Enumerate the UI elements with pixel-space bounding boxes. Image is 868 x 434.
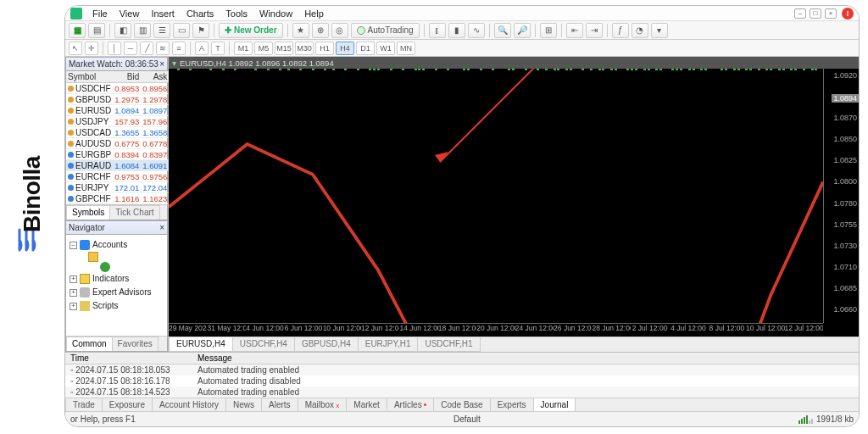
timeframe-m1[interactable]: M1	[234, 42, 253, 55]
zoom-out-button[interactable]: 🔎	[514, 23, 531, 38]
line-chart-button[interactable]: ∿	[468, 23, 485, 38]
symbol-row-eurusd[interactable]: EURUSD1.08941.0897	[66, 105, 169, 116]
nav-tab-common[interactable]: Common	[66, 337, 113, 351]
chart-area[interactable]: 1.09201.08951.08701.08501.08251.08001.07…	[169, 69, 859, 337]
journal-row[interactable]: ◦ 2024.07.15 08:18:16.178Automated tradi…	[65, 376, 859, 387]
market-watch-toggle[interactable]: ◧	[114, 23, 131, 38]
navigator-close-icon[interactable]: ×	[159, 223, 164, 232]
tile-windows-button[interactable]: ⊞	[540, 23, 557, 38]
data-window-toggle[interactable]: ▥	[134, 23, 151, 38]
symbol-row-gbpusd[interactable]: GBPUSD1.29751.2978	[66, 94, 169, 105]
label-tool[interactable]: T	[211, 42, 225, 55]
timeframe-mn[interactable]: MN	[397, 42, 415, 55]
symbol-row-usdcad[interactable]: USDCAD1.36551.3658	[66, 127, 169, 138]
menu-view[interactable]: View	[114, 8, 145, 19]
new-chart-button[interactable]: ▦	[69, 23, 86, 38]
chart-tab[interactable]: EURJPY,H1	[358, 337, 419, 352]
strategy-tester-toggle[interactable]: ⚑	[192, 23, 209, 38]
menu-window[interactable]: Window	[254, 8, 298, 19]
timeframe-h4[interactable]: H4	[336, 42, 354, 55]
navigator-toggle[interactable]: ☰	[153, 23, 170, 38]
chart-tab[interactable]: USDCHF,H4	[232, 337, 295, 352]
symbol-row-usdjpy[interactable]: USDJPY157.93157.96	[66, 116, 169, 127]
indicators-button[interactable]: ƒ	[612, 23, 629, 38]
terminal-tabs: TradeExposureAccount HistoryNewsAlertsMa…	[65, 398, 859, 412]
timeframe-w1[interactable]: W1	[376, 42, 395, 55]
nav-tab-favorites[interactable]: Favorites	[112, 337, 159, 351]
periods-button[interactable]: ◔	[632, 23, 648, 38]
timeframe-h1[interactable]: H1	[315, 42, 334, 55]
timeframe-m30[interactable]: M30	[295, 42, 314, 55]
journal-row[interactable]: ◦ 2024.07.15 08:18:14.523Automated tradi…	[65, 387, 859, 398]
menu-file[interactable]: File	[87, 8, 113, 19]
minimize-button[interactable]: –	[794, 8, 806, 19]
new-order-button[interactable]: ✚New Order	[219, 23, 283, 38]
timeframe-d1[interactable]: D1	[356, 42, 375, 55]
close-button[interactable]: ×	[825, 8, 837, 19]
maximize-button[interactable]: □	[810, 8, 821, 19]
crosshair-tool[interactable]: ✛	[85, 42, 98, 55]
menu-help[interactable]: Help	[299, 8, 329, 19]
nav-account-item[interactable]	[70, 252, 164, 262]
trendline-tool[interactable]: ╱	[140, 42, 153, 55]
templates-button[interactable]: ▾	[651, 23, 668, 38]
chart-dropdown-icon[interactable]: ▾	[172, 58, 176, 68]
fibo-tool[interactable]: ≡	[172, 42, 186, 55]
nav-account-user[interactable]	[70, 262, 164, 272]
equidistant-tool[interactable]: ≋	[156, 42, 170, 55]
signals-button[interactable]: ◎	[331, 23, 348, 38]
connection-status[interactable]: 1991/8 kb	[798, 415, 854, 424]
terminal-tab-market[interactable]: Market	[346, 398, 387, 412]
symbol-row-eurjpy[interactable]: EURJPY172.01172.04	[66, 182, 169, 193]
terminal-tab-alerts[interactable]: Alerts	[261, 398, 298, 412]
candle-chart-button[interactable]: ▮	[448, 23, 465, 38]
terminal-tab-code-base[interactable]: Code Base	[433, 398, 490, 412]
market-watch-close-icon[interactable]: ×	[159, 59, 164, 69]
zoom-in-button[interactable]: 🔍	[494, 23, 511, 38]
menu-charts[interactable]: Charts	[181, 8, 219, 19]
nav-scripts[interactable]: +Scripts	[70, 299, 164, 313]
mw-tab-tickchart[interactable]: Tick Chart	[109, 205, 159, 220]
vline-tool[interactable]: │	[108, 42, 121, 55]
status-bar: or Help, press F1 Default 1991/8 kb	[65, 411, 859, 426]
chart-tab[interactable]: USDCHF,H1	[417, 337, 480, 352]
text-tool[interactable]: A	[195, 42, 209, 55]
terminal-toggle[interactable]: ▭	[173, 23, 190, 38]
terminal-tab-mailbox[interactable]: Mailbox	[298, 398, 348, 412]
auto-trading-button[interactable]: AutoTrading	[351, 23, 420, 38]
symbol-row-audusd[interactable]: AUDUSD0.67750.6778	[66, 138, 169, 149]
timeframe-m15[interactable]: M15	[275, 42, 293, 55]
symbol-row-usdchf[interactable]: USDCHF0.89530.8956	[66, 83, 169, 94]
terminal-tab-journal[interactable]: Journal	[533, 398, 576, 412]
journal-row[interactable]: ◦ 2024.07.15 08:18:18.053Automated tradi…	[65, 364, 859, 376]
chart-tab[interactable]: EURUSD,H4	[169, 337, 233, 352]
profiles-button[interactable]: ▤	[88, 23, 105, 38]
menu-insert[interactable]: Insert	[146, 8, 180, 19]
nav-accounts[interactable]: –Accounts	[70, 238, 164, 252]
nav-indicators[interactable]: +Indicators	[70, 272, 164, 286]
symbol-row-eurchf[interactable]: EURCHF0.97530.9756	[66, 171, 169, 182]
terminal-tab-articles[interactable]: Articles	[387, 398, 434, 412]
terminal-tab-experts[interactable]: Experts	[490, 398, 534, 412]
notification-badge[interactable]: !	[842, 8, 854, 19]
status-profile: Default	[453, 415, 481, 424]
nav-experts[interactable]: +Expert Advisors	[70, 286, 164, 299]
terminal-tab-account-history[interactable]: Account History	[152, 398, 226, 412]
hline-tool[interactable]: ─	[124, 42, 137, 55]
auto-scroll-button[interactable]: ⇥	[586, 23, 603, 38]
menu-tools[interactable]: Tools	[220, 8, 253, 19]
vps-button[interactable]: ⊕	[312, 23, 329, 38]
metaquotes-button[interactable]: ★	[292, 23, 309, 38]
symbol-row-gbpchf[interactable]: GBPCHF1.16161.1623	[66, 193, 169, 204]
terminal-tab-news[interactable]: News	[225, 398, 262, 412]
bar-chart-button[interactable]: ⫿	[429, 23, 446, 38]
shift-end-button[interactable]: ⇤	[566, 23, 583, 38]
chart-tab[interactable]: GBPUSD,H4	[294, 337, 359, 352]
cursor-tool[interactable]: ↖	[69, 42, 82, 55]
symbol-row-eurgbp[interactable]: EURGBP0.83940.8397	[66, 149, 169, 160]
symbol-row-euraud[interactable]: EURAUD1.60841.6091	[66, 160, 169, 171]
terminal-tab-trade[interactable]: Trade	[65, 398, 103, 412]
terminal-tab-exposure[interactable]: Exposure	[102, 398, 153, 412]
mw-tab-symbols[interactable]: Symbols	[66, 205, 110, 220]
timeframe-m5[interactable]: M5	[254, 42, 273, 55]
